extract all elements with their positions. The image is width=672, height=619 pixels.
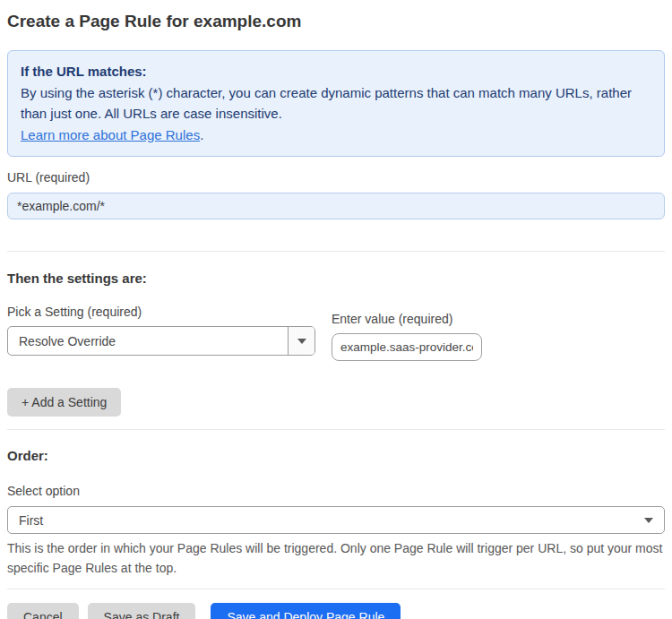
link-suffix: . bbox=[200, 127, 203, 142]
divider bbox=[7, 251, 665, 252]
url-input[interactable] bbox=[7, 193, 665, 219]
setting-value-column: Enter value (required) bbox=[332, 312, 482, 361]
cancel-button[interactable]: Cancel bbox=[7, 603, 79, 619]
order-select-label: Select option bbox=[7, 484, 665, 499]
settings-section-heading: Then the settings are: bbox=[7, 271, 665, 287]
save-as-draft-button[interactable]: Save as Draft bbox=[88, 603, 196, 619]
info-box-heading: If the URL matches: bbox=[21, 61, 651, 82]
chevron-down-icon bbox=[297, 339, 306, 344]
setting-select-value: Resolve Override bbox=[8, 334, 288, 348]
page-title: Create a Page Rule for example.com bbox=[7, 11, 665, 32]
info-box-link-line: Learn more about Page Rules. bbox=[21, 125, 651, 146]
setting-select-label: Pick a Setting (required) bbox=[7, 305, 315, 320]
create-page-rule-form: Create a Page Rule for example.com If th… bbox=[0, 0, 672, 619]
save-and-deploy-button[interactable]: Save and Deploy Page Rule bbox=[211, 603, 401, 619]
setting-select[interactable]: Resolve Override bbox=[7, 326, 315, 356]
chevron-down-icon bbox=[644, 518, 653, 523]
divider bbox=[7, 589, 665, 589]
footer-actions: Cancel Save as Draft Save and Deploy Pag… bbox=[7, 603, 665, 619]
settings-row: Pick a Setting (required) Resolve Overri… bbox=[7, 305, 665, 361]
setting-select-column: Pick a Setting (required) Resolve Overri… bbox=[7, 305, 315, 356]
info-box-body: By using the asterisk (*) character, you… bbox=[21, 82, 651, 125]
order-select-value: First bbox=[19, 513, 43, 528]
url-field-label: URL (required) bbox=[7, 170, 665, 185]
order-section-heading: Order: bbox=[7, 448, 665, 464]
setting-select-arrow-button[interactable] bbox=[288, 327, 314, 355]
value-field-label: Enter value (required) bbox=[332, 312, 482, 327]
add-setting-button[interactable]: + Add a Setting bbox=[7, 388, 121, 417]
setting-value-input[interactable] bbox=[332, 333, 482, 361]
learn-more-link[interactable]: Learn more about Page Rules bbox=[21, 127, 200, 142]
order-help-text: This is the order in which your Page Rul… bbox=[7, 538, 665, 578]
divider bbox=[7, 429, 665, 430]
url-match-info-box: If the URL matches: By using the asteris… bbox=[7, 50, 665, 157]
order-select[interactable]: First bbox=[7, 506, 665, 534]
